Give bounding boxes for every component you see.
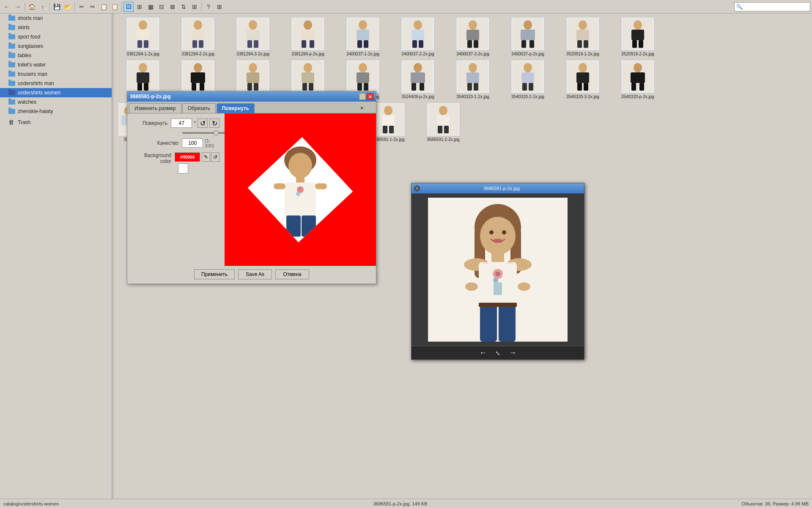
- search-input[interactable]: [743, 4, 808, 9]
- cancel-button[interactable]: Отмена: [275, 269, 309, 279]
- color-wrap: #ff0000 ✎ ↺: [175, 152, 219, 162]
- forward-button[interactable]: →: [13, 2, 23, 12]
- thumb-3381284-1[interactable]: 3381284-1-2x.jpg: [115, 15, 170, 58]
- save-as-button[interactable]: Save As: [238, 269, 272, 279]
- save-button[interactable]: 💾: [52, 2, 62, 12]
- sidebar-item-trash[interactable]: 🗑 Trash: [0, 118, 112, 127]
- thumb-3400037-p[interactable]: 3400037-p-2x.jpg: [500, 15, 555, 58]
- sidebar-label-trash: Trash: [18, 119, 30, 125]
- sidebar-item-zhenskie-halaty[interactable]: zhenskie-halaty: [0, 107, 112, 116]
- color-swatch[interactable]: #ff0000: [175, 152, 200, 162]
- thumb-img-3381284-3: [236, 17, 270, 51]
- quality-input[interactable]: 100: [182, 138, 203, 148]
- svg-rect-97: [631, 72, 645, 83]
- modal-close-button[interactable]: ✕: [367, 93, 373, 100]
- paste-button[interactable]: 📋: [110, 2, 120, 12]
- thumb-3540320-1[interactable]: 3540320-1-2x.jpg: [445, 58, 500, 101]
- dot-2: ○: [365, 104, 369, 111]
- thumb-label-3686591-2: 3686591-2-2x.jpg: [427, 137, 460, 142]
- thumb-3520919-2[interactable]: 3520919-2-2x.jpg: [610, 15, 665, 58]
- thumb-3540320-2[interactable]: 3540320-2-2x.jpg: [500, 58, 555, 101]
- thumb-3400037-1[interactable]: 3400037-1-2x.jpg: [335, 15, 390, 58]
- cut-button[interactable]: ✂: [88, 2, 98, 12]
- copy-button[interactable]: 📋: [99, 2, 109, 12]
- thumb-3524409-p[interactable]: 3524409-p-2x.jpg: [390, 58, 445, 101]
- svg-rect-7: [192, 30, 204, 40]
- thumb-label-3381284-2: 3381284-2-2x.jpg: [181, 52, 214, 56]
- tab-rotate[interactable]: Повернуть: [217, 103, 255, 113]
- thumb-3686591-2[interactable]: 3686591-2-2x.jpg: [416, 101, 471, 144]
- svg-rect-82: [466, 72, 479, 83]
- tab-resize[interactable]: Изменить размер: [129, 103, 181, 113]
- folder-icon: [8, 16, 15, 21]
- quality-row: Качество 100 (1-100): [132, 138, 219, 148]
- angle-input[interactable]: 47: [171, 119, 192, 128]
- sidebar-item-watches[interactable]: watches: [0, 97, 112, 107]
- svg-rect-98: [631, 83, 636, 91]
- color-reset-button[interactable]: ↺: [211, 152, 219, 162]
- svg-point-46: [634, 20, 642, 30]
- svg-rect-67: [302, 72, 314, 83]
- modal-minimize-button[interactable]: _: [359, 93, 366, 100]
- thumb-img-3524409-1: [236, 60, 270, 94]
- sidebar-item-shorts-man[interactable]: shorts man: [0, 14, 112, 23]
- sidebar-item-trousers-man[interactable]: trousers man: [0, 69, 112, 79]
- svg-rect-84: [474, 83, 478, 91]
- view-button[interactable]: 🖼: [123, 2, 134, 12]
- svg-rect-17: [301, 30, 315, 40]
- color-pick-button[interactable]: ✎: [202, 152, 210, 162]
- sort-button[interactable]: ⇅: [178, 2, 189, 12]
- open-button[interactable]: 📂: [63, 2, 73, 12]
- up-button[interactable]: ↑: [38, 2, 48, 12]
- thumb-3381284-p[interactable]: 3381284-p-2x.jpg: [280, 15, 335, 58]
- svg-rect-48: [632, 40, 637, 48]
- svg-rect-94: [584, 83, 588, 91]
- sidebar-item-tables[interactable]: tables: [0, 51, 112, 60]
- home-button[interactable]: 🏠: [27, 2, 37, 12]
- thumb-img-3540320-p: [621, 60, 655, 94]
- filter-button[interactable]: ⊞: [189, 2, 200, 12]
- svg-rect-87: [521, 72, 534, 83]
- sidebar-item-toilets-water[interactable]: toilet's water: [0, 60, 112, 69]
- svg-point-91: [579, 63, 587, 72]
- svg-rect-53: [137, 83, 142, 91]
- thumb-3400037-3[interactable]: 3400037-3-2x.jpg: [445, 15, 500, 58]
- delete-button[interactable]: ✂: [77, 2, 87, 12]
- svg-rect-58: [192, 83, 196, 91]
- tab-crop[interactable]: Обрезать: [182, 103, 216, 113]
- thumb-label-3400037-1: 3400037-1-2x.jpg: [346, 52, 379, 56]
- back-button[interactable]: ←: [2, 2, 12, 12]
- thumb-3400037-2[interactable]: 3400037-2-2x.jpg: [390, 15, 445, 58]
- sidebar-item-undershirts-women[interactable]: undershirts women: [0, 88, 112, 97]
- svg-rect-141: [274, 183, 285, 189]
- extra-button[interactable]: ⊞: [214, 2, 225, 12]
- svg-point-21: [359, 20, 367, 30]
- sidebar-item-skirts[interactable]: skirts: [0, 23, 112, 32]
- thumb-img-3381284-p: [291, 17, 325, 51]
- view3-button[interactable]: ▦: [145, 2, 156, 12]
- svg-point-51: [139, 63, 147, 72]
- sidebar-item-sport-food[interactable]: sport food: [0, 32, 112, 41]
- view2-button[interactable]: ⊞: [134, 2, 145, 12]
- apply-button[interactable]: Применить: [194, 269, 235, 279]
- svg-point-16: [304, 20, 312, 30]
- rotate-ccw-button[interactable]: ↺: [198, 119, 208, 128]
- thumb-3381284-2[interactable]: 3381284-2-2x.jpg: [170, 15, 225, 58]
- view5-button[interactable]: ⊠: [167, 2, 178, 12]
- thumb-3540320-p[interactable]: 3540320-p-2x.jpg: [610, 58, 665, 101]
- white-swatch[interactable]: [178, 163, 188, 174]
- help-button[interactable]: ?: [203, 2, 214, 12]
- thumb-3540320-3[interactable]: 3540320-3-2x.jpg: [555, 58, 610, 101]
- sep4: [121, 3, 122, 11]
- sidebar-item-sunglasses[interactable]: sunglasses: [0, 41, 112, 51]
- sidebar-item-undershirts-man[interactable]: undershirts man: [0, 79, 112, 88]
- thumb-img-3400037-1: [346, 17, 380, 51]
- view4-button[interactable]: ⊟: [156, 2, 167, 12]
- thumb-3381284-3[interactable]: 3381284-3-2x.jpg: [225, 15, 280, 58]
- svg-rect-44: [584, 40, 588, 48]
- thumb-3520919-1[interactable]: 3520919-1-2x.jpg: [555, 15, 610, 58]
- thumb-img-3400037-p: [511, 17, 545, 51]
- svg-rect-23: [357, 40, 362, 48]
- app-window: ← → 🏠 ↑ 💾 📂 ✂ ✂ 📋 📋 🖼 ⊞ ▦ ⊟ ⊠ ⇅ ⊞ ? ⊞ 🔍: [0, 0, 812, 508]
- rotate-cw-button[interactable]: ↻: [209, 119, 219, 128]
